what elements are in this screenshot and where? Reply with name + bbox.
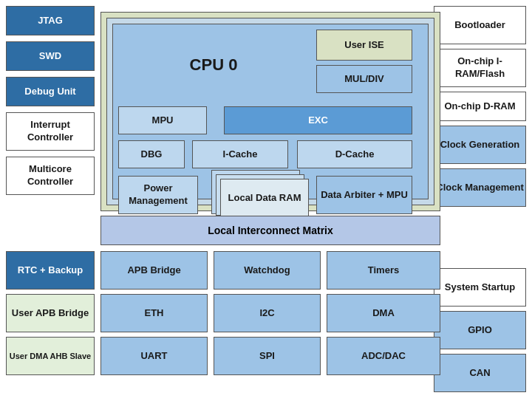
spi-box: SPI: [214, 337, 321, 375]
full-layout: JTAG SWD Debug Unit Interrupt Controller…: [6, 6, 526, 398]
uart-box: UART: [100, 337, 208, 375]
interrupt-controller-box: Interrupt Controller: [6, 112, 95, 151]
onchip-iram-box: On-chip I-RAM/Flash: [434, 49, 526, 87]
clock-management-box: Clock Management: [434, 168, 526, 207]
power-management-box: Power Management: [118, 176, 198, 214]
data-arbiter-mpu-box: Data Arbiter + MPU: [316, 176, 412, 214]
eth-box: ETH: [100, 294, 208, 332]
gpio-box: GPIO: [434, 311, 526, 349]
system-startup-box: System Startup: [434, 268, 526, 307]
local-data-ram-box: Local Data RAM: [220, 179, 309, 217]
jtag-box: JTAG: [6, 6, 95, 35]
watchdog-box: Watchdog: [214, 251, 321, 290]
dma-box: DMA: [327, 294, 440, 332]
dcache-box: D-Cache: [297, 140, 412, 168]
local-interconnect-box: Local Interconnect Matrix: [100, 216, 440, 245]
debug-unit-box: Debug Unit: [6, 77, 95, 106]
exc-box: EXC: [224, 106, 412, 134]
user-ise-box: User ISE: [316, 30, 412, 61]
timers-box: Timers: [327, 251, 440, 290]
i2c-box: I2C: [214, 294, 321, 332]
onchip-dram-box: On-chip D-RAM: [434, 92, 526, 121]
user-apb-bridge-box: User APB Bridge: [6, 294, 95, 332]
cpu0-label: CPU 0: [118, 30, 309, 100]
adc-dac-box: ADC/DAC: [327, 337, 440, 375]
dbg-box: DBG: [118, 140, 185, 168]
mpu-box: MPU: [118, 106, 207, 134]
rtc-backup-box: RTC + Backup: [6, 251, 95, 290]
can-box: CAN: [434, 354, 526, 392]
swd-box: SWD: [6, 41, 95, 71]
clock-generation-box: Clock Generation: [434, 126, 526, 164]
multicore-controller-box: Multicore Controller: [6, 157, 95, 195]
icache-box: I-Cache: [192, 140, 288, 168]
mul-div-box: MUL/DIV: [316, 65, 412, 93]
apb-bridge-box: APB Bridge: [100, 251, 208, 290]
user-dma-ahb-slave-box: User DMA AHB Slave: [6, 337, 95, 375]
bootloader-box: Bootloader: [434, 6, 526, 44]
diagram: JTAG SWD Debug Unit Interrupt Controller…: [0, 0, 532, 404]
